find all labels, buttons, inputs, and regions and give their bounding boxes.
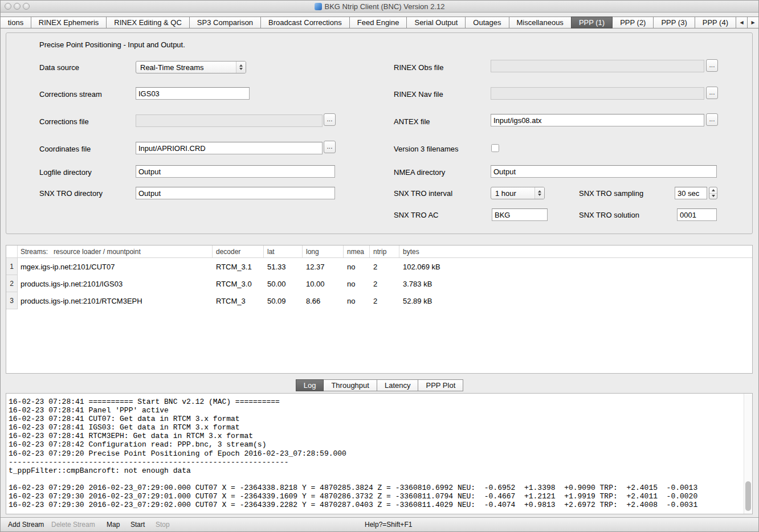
minimize-button[interactable] xyxy=(14,3,21,10)
tab-rinex-editing-qc[interactable]: RINEX Editing & QC xyxy=(106,17,190,28)
header-long[interactable]: long xyxy=(303,245,344,257)
map-button[interactable]: Map xyxy=(107,518,120,531)
tab-sp3-comparison[interactable]: SP3 Comparison xyxy=(189,17,261,28)
tab-ppp-4[interactable]: PPP (4) xyxy=(695,17,736,28)
tab-serial-output[interactable]: Serial Output xyxy=(406,17,466,28)
tab-latency[interactable]: Latency xyxy=(377,379,419,391)
main-tab-bar: tions RINEX Ephemeris RINEX Editing & QC… xyxy=(0,17,759,28)
cell-mountpoint: products.igs-ip.net:2101/IGS03 xyxy=(18,275,213,292)
cell-lat: 50.09 xyxy=(264,292,303,309)
tab-feed-engine[interactable]: Feed Engine xyxy=(349,17,407,28)
cell-decoder: RTCM_3.0 xyxy=(213,275,264,292)
tab-scroll-right-button[interactable]: ▶ xyxy=(747,17,759,28)
rinex-nav-file-input[interactable] xyxy=(491,87,704,100)
cell-mountpoint: mgex.igs-ip.net:2101/CUT07 xyxy=(18,258,213,275)
ppp-input-output-panel: Precise Point Positioning - Input and Ou… xyxy=(6,32,753,234)
tab-throughput[interactable]: Throughput xyxy=(323,379,377,391)
log-scrollbar[interactable] xyxy=(744,394,752,514)
tab-log[interactable]: Log xyxy=(296,379,324,391)
tab-rinex-ephemeris[interactable]: RINEX Ephemeris xyxy=(31,17,107,28)
snx-tro-solution-input[interactable] xyxy=(677,208,717,221)
header-ntrip[interactable]: ntrip xyxy=(370,245,399,257)
cell-ntrip: 2 xyxy=(370,292,399,309)
close-button[interactable] xyxy=(5,3,11,10)
antex-file-input[interactable] xyxy=(491,114,704,126)
cell-lat: 51.33 xyxy=(264,258,303,275)
cell-long: 8.66 xyxy=(303,292,344,309)
row-number: 1 xyxy=(6,258,18,275)
dropdown-arrows-icon xyxy=(534,187,544,199)
dropdown-arrows-icon xyxy=(236,62,246,73)
coordinates-file-browse-button[interactable]: ... xyxy=(324,141,336,153)
app-icon xyxy=(315,3,322,10)
snx-tro-sampling-input[interactable] xyxy=(675,187,707,199)
coordinates-file-label: Coordinates file xyxy=(39,145,91,154)
logfile-directory-label: Logfile directory xyxy=(39,168,92,177)
tab-ppp-plot[interactable]: PPP Plot xyxy=(418,379,463,391)
corrections-stream-label: Corrections stream xyxy=(39,90,102,99)
corrections-file-input[interactable] xyxy=(136,114,323,127)
add-stream-button[interactable]: Add Stream xyxy=(8,518,44,531)
cell-bytes: 52.89 kB xyxy=(399,292,752,309)
spinner-down-icon[interactable] xyxy=(709,194,717,199)
log-scrollbar-thumb[interactable] xyxy=(745,481,751,511)
cell-nmea: no xyxy=(344,292,370,309)
data-source-value: Real-Time Streams xyxy=(140,63,203,72)
log-output: 16-02-23 07:28:41 ========== Start BNC v… xyxy=(6,394,752,509)
panel-description: Precise Point Positioning - Input and Ou… xyxy=(39,40,185,50)
snx-tro-directory-label: SNX TRO directory xyxy=(39,189,103,198)
bottom-toolbar: Add Stream Delete Stream Map Start Stop … xyxy=(0,517,759,532)
rinex-obs-file-label: RINEX Obs file xyxy=(394,63,443,72)
log-tab-bar: Log Throughput Latency PPP Plot xyxy=(0,379,759,391)
coordinates-file-input[interactable] xyxy=(136,142,323,154)
cell-long: 12.37 xyxy=(303,258,344,275)
window-title: BKG Ntrip Client (BNC) Version 2.12 xyxy=(0,0,759,13)
header-mountpoint[interactable]: Streams: resource loader / mountpoint xyxy=(18,245,213,257)
header-bytes[interactable]: bytes xyxy=(399,245,752,257)
header-lat[interactable]: lat xyxy=(264,245,303,257)
nmea-directory-input[interactable] xyxy=(491,165,717,178)
cell-decoder: RTCM_3.1 xyxy=(213,258,264,275)
tab-ppp-1[interactable]: PPP (1) xyxy=(571,17,613,28)
corrections-stream-input[interactable] xyxy=(136,87,250,100)
data-source-label: Data source xyxy=(39,63,79,72)
table-row[interactable]: 3 products.igs-ip.net:2101/RTCM3EPH RTCM… xyxy=(6,292,752,309)
tab-scroll-left-button[interactable]: ◀ xyxy=(736,17,748,28)
antex-file-browse-button[interactable]: ... xyxy=(706,113,718,126)
tab-ppp-2[interactable]: PPP (2) xyxy=(612,17,654,28)
table-row[interactable]: 2 products.igs-ip.net:2101/IGS03 RTCM_3.… xyxy=(6,275,752,292)
table-row[interactable]: 1 mgex.igs-ip.net:2101/CUT07 RTCM_3.1 51… xyxy=(6,258,752,275)
tab-broadcast-corrections[interactable]: Broadcast Corrections xyxy=(260,17,350,28)
tab-outages[interactable]: Outages xyxy=(465,17,509,28)
snx-tro-sampling-label: SNX TRO sampling xyxy=(579,189,643,198)
cell-lat: 50.00 xyxy=(264,275,303,292)
tab-miscellaneous[interactable]: Miscellaneous xyxy=(509,17,572,28)
rinex-obs-file-input[interactable] xyxy=(491,60,704,72)
zoom-button[interactable] xyxy=(23,3,30,10)
corrections-file-browse-button[interactable]: ... xyxy=(324,113,336,126)
header-decoder[interactable]: decoder xyxy=(213,245,264,257)
snx-tro-interval-select[interactable]: 1 hour xyxy=(491,187,545,199)
rinex-obs-file-browse-button[interactable]: ... xyxy=(706,59,718,72)
nmea-directory-label: NMEA directory xyxy=(394,168,445,177)
version3-filenames-checkbox[interactable] xyxy=(491,144,499,152)
streams-table: Streams: resource loader / mountpoint de… xyxy=(6,245,753,374)
snx-tro-interval-value: 1 hour xyxy=(495,189,516,198)
start-button[interactable]: Start xyxy=(130,518,145,531)
rinex-nav-file-browse-button[interactable]: ... xyxy=(706,87,718,99)
window-title-text: BKG Ntrip Client (BNC) Version 2.12 xyxy=(325,2,445,11)
logfile-directory-input[interactable] xyxy=(136,165,335,178)
tab-tions[interactable]: tions xyxy=(0,17,31,28)
snx-tro-solution-label: SNX TRO solution xyxy=(579,211,639,220)
rinex-nav-file-label: RINEX Nav file xyxy=(394,90,443,99)
delete-stream-button: Delete Stream xyxy=(51,518,95,531)
tab-ppp-3[interactable]: PPP (3) xyxy=(653,17,695,28)
spinner-up-icon[interactable] xyxy=(709,187,717,194)
snx-tro-directory-input[interactable] xyxy=(136,187,335,199)
header-nmea[interactable]: nmea xyxy=(344,245,370,257)
cell-nmea: no xyxy=(344,275,370,292)
snx-tro-ac-input[interactable] xyxy=(492,208,548,221)
snx-tro-sampling-spinner[interactable] xyxy=(709,187,717,199)
cell-bytes: 3.783 kB xyxy=(399,275,752,292)
data-source-select[interactable]: Real-Time Streams xyxy=(136,61,246,73)
